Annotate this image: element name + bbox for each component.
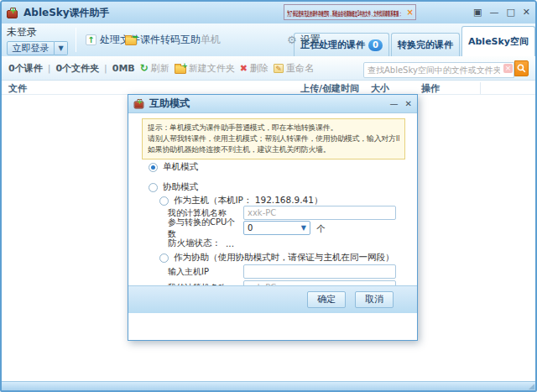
minimize-icon[interactable]: — [489, 8, 498, 18]
toolbar-separator [76, 28, 76, 52]
file-stats: 0个课件 | 0个文件夹 | 0MB [8, 62, 135, 75]
app-icon [7, 10, 18, 18]
delete-label: 删除 [250, 62, 268, 75]
column-divider [480, 82, 481, 94]
login-button[interactable]: 立即登录 [7, 41, 55, 55]
notice-banner: 为了保证您有充足的课件存储空间，系统会自动清除超过1年的文件，文件找回请联系客服… [284, 4, 416, 20]
assist-mode-label: 协助模式 [163, 181, 198, 193]
radio-icon[interactable] [159, 196, 169, 206]
new-folder-icon: + [175, 65, 186, 74]
host-cpu-count-value: 0 [248, 223, 253, 233]
dialog-minimize-icon[interactable]: — [390, 99, 399, 108]
stat-separator: | [48, 63, 51, 74]
host-cpu-count-row: 参与转换的CPU个数 [168, 221, 243, 236]
firewall-label: 防火墙状态： [168, 238, 221, 249]
window-controls: ▣ — □ ✕ [473, 8, 530, 18]
dialog-title-bar: 互助模式 — ✕ [128, 95, 417, 113]
skin-icon[interactable]: ▣ [473, 8, 482, 18]
main-toolbar: 未登录 立即登录 ▼ ↑ 处理文件 ➥ 课件转码互助 单机 ⚙ 设置 正在处理的… [2, 24, 535, 56]
title-bar: AbleSky课件助手 为了保证您有充足的课件存储空间，系统会自动清除超过1年的… [2, 2, 535, 24]
column-operation[interactable]: 操作 [421, 82, 440, 95]
tab-converted-label: 转换完的课件 [398, 39, 453, 51]
tab-ablesky-space-label: AbleSky空间 [468, 35, 529, 48]
tip-line-2: 请别人帮我转课件，使用主机模式；帮别人转课件，使用协助模式，输入对方IP。 [148, 133, 399, 144]
settings-label: 设置 [300, 33, 321, 47]
notice-text: 为了保证您有充足的课件存储空间，系统会自动清除超过1年的文件，文件找回请联系客服… [287, 9, 407, 18]
rename-label: 重命名 [286, 62, 314, 75]
host-computer-name-input[interactable] [243, 206, 396, 220]
refresh-label: 刷新 [151, 62, 169, 75]
login-block: 未登录 立即登录 ▼ [7, 25, 68, 55]
search-button[interactable] [514, 60, 529, 76]
host-ip-row: 输入主机IP [168, 264, 243, 280]
rename-icon: ✎ [274, 64, 284, 73]
host-ip-label: 输入主机IP [168, 266, 243, 278]
single-mode-label: 单机模式 [163, 161, 198, 173]
search-icon [517, 64, 526, 73]
resize-grip-icon[interactable]: ◢ [529, 382, 534, 390]
firewall-status-value: ... [226, 238, 234, 248]
refresh-icon: ↻ [140, 62, 149, 74]
new-folder-label: 新建文件夹 [189, 62, 235, 75]
firewall-status-row: 防火墙状态： ... [168, 236, 234, 251]
as-helper-label: 作为协助（使用协助模式时，请保证与主机在同一网段） [174, 252, 394, 264]
search-area: × [363, 60, 529, 76]
close-icon[interactable]: ✕ [523, 8, 530, 18]
notice-close-icon[interactable]: × [407, 8, 414, 18]
tab-ablesky-space[interactable]: AbleSky空间 [461, 26, 535, 56]
login-status: 未登录 [7, 25, 68, 39]
search-input[interactable] [363, 62, 514, 78]
status-bar: ◢ [2, 381, 535, 390]
new-folder-button[interactable]: + 新建文件夹 [175, 62, 235, 75]
delete-icon: ✖ [240, 63, 248, 74]
as-host-label: 作为主机（本机IP： 192.168.9.41） [174, 195, 322, 206]
dialog-close-icon[interactable]: ✕ [405, 99, 412, 108]
column-file[interactable]: 文件 [8, 82, 27, 95]
dialog-title: 互助模式 [149, 97, 190, 111]
tip-line-3: 如果协助机器始终连接不到主机，建议主机关闭防火墙。 [148, 144, 399, 155]
delete-button[interactable]: ✖ 删除 [240, 62, 268, 75]
radio-icon[interactable] [159, 253, 169, 263]
chevron-down-icon: ▼ [301, 224, 306, 232]
tab-bar: 正在处理的课件 0 转换完的课件 AbleSky空间 [292, 24, 535, 56]
transcode-icon: ➥ [125, 37, 137, 45]
column-size[interactable]: 大小 [371, 82, 389, 95]
refresh-button[interactable]: ↻ 刷新 [140, 62, 169, 75]
stat-separator: | [104, 63, 107, 74]
radio-single-mode[interactable]: 单机模式 [149, 159, 198, 175]
processing-count-badge: 0 [368, 39, 383, 51]
gear-icon: ⚙ [287, 34, 297, 46]
tip-line-1: 提示：单机模式为课件助手普通模式，即在本地转换课件。 [148, 123, 399, 133]
ok-button[interactable]: 确定 [307, 291, 346, 308]
app-title: AbleSky课件助手 [23, 6, 110, 20]
stat-folder-count: 0个文件夹 [55, 62, 99, 75]
settings-button[interactable]: ⚙ 设置 [287, 33, 321, 47]
search-clear-icon[interactable]: × [503, 64, 513, 73]
host-cpu-count-select[interactable]: 0 ▼ [243, 221, 310, 235]
rename-button[interactable]: ✎ 重命名 [274, 62, 314, 75]
transcode-help-button[interactable]: ➥ 课件转码互助 [125, 33, 201, 47]
dialog-icon [134, 102, 144, 109]
tip-box: 提示：单机模式为课件助手普通模式，即在本地转换课件。 请别人帮我转课件，使用主机… [142, 118, 405, 159]
file-list-header: 文件 上传/创建时间 大小 操作 [2, 81, 535, 95]
login-dropdown-icon[interactable]: ▼ [55, 41, 68, 55]
cpu-unit-label: 个 [316, 223, 326, 235]
transcode-help-label: 课件转码互助 [140, 33, 201, 47]
stat-courseware-count: 0个课件 [8, 62, 43, 75]
maximize-icon[interactable]: □ [506, 8, 514, 18]
transcode-mode-label: 单机 [201, 33, 221, 47]
dialog-body: 提示：单机模式为课件助手普通模式，即在本地转换课件。 请别人帮我转课件，使用主机… [128, 113, 417, 313]
file-action-bar: 0个课件 | 0个文件夹 | 0MB ↻ 刷新 + 新建文件夹 ✖ 删除 ✎ 重… [2, 56, 535, 81]
radio-selected-icon[interactable] [149, 163, 158, 172]
host-ip-input[interactable] [243, 264, 396, 279]
radio-as-helper[interactable]: 作为协助（使用协助模式时，请保证与主机在同一网段） [159, 250, 394, 265]
cancel-button[interactable]: 取消 [355, 291, 394, 308]
tab-converted[interactable]: 转换完的课件 [391, 33, 460, 56]
upload-icon: ↑ [86, 34, 96, 45]
dialog-footer: 确定 取消 [128, 285, 417, 313]
app-window: AbleSky课件助手 为了保证您有充足的课件存储空间，系统会自动清除超过1年的… [0, 0, 537, 392]
stat-size: 0MB [112, 63, 135, 74]
radio-icon[interactable] [149, 183, 158, 192]
mutual-help-dialog: 互助模式 — ✕ 提示：单机模式为课件助手普通模式，即在本地转换课件。 请别人帮… [128, 94, 418, 341]
column-time[interactable]: 上传/创建时间 [300, 82, 359, 95]
